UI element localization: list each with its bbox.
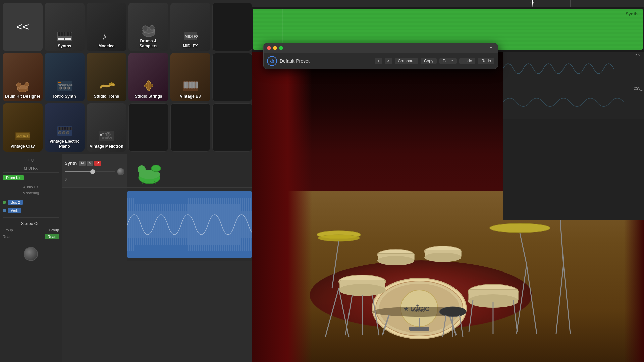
svg-rect-51: [59, 127, 60, 130]
svg-text:TAPE: TAPE: [108, 137, 112, 139]
verb-button[interactable]: Verb: [8, 208, 21, 213]
back-button[interactable]: <<: [3, 3, 43, 51]
svg-rect-41: [186, 82, 188, 88]
csv-track-1: CSV_: [503, 52, 644, 85]
track-body-audio[interactable]: [127, 188, 252, 261]
svg-point-32: [59, 87, 62, 89]
svg-rect-82: [409, 327, 429, 331]
master-knob[interactable]: [24, 247, 38, 261]
bus2-send-dot[interactable]: [3, 201, 6, 204]
svg-point-115: [439, 307, 466, 317]
undo-button[interactable]: Undo: [459, 58, 476, 64]
window-close-button[interactable]: [267, 46, 271, 50]
svg-line-109: [527, 265, 537, 334]
vintage-clav-tile[interactable]: CLAVINET Vintage Clav: [3, 103, 43, 152]
svg-line-112: [560, 218, 564, 265]
violin-icon: [140, 79, 157, 93]
electric-piano-icon: [56, 124, 73, 138]
synths-label: Synths: [58, 44, 71, 48]
track-name-synth: Synth: [65, 161, 77, 166]
svg-text:MIDI FX: MIDI FX: [185, 34, 199, 38]
retro-synth-tile[interactable]: ANALOG SYNC TABLE Retro Synth: [45, 53, 85, 101]
csv-waveform-2: [503, 85, 644, 119]
empty-tile-1: [212, 3, 252, 51]
audio-region[interactable]: [127, 191, 252, 258]
svg-rect-5: [67, 32, 69, 36]
svg-rect-53: [64, 127, 66, 130]
svg-point-56: [58, 131, 61, 134]
vintage-b3-label: Vintage B3: [180, 94, 201, 99]
window-maximize-button[interactable]: [279, 46, 283, 50]
timeline-region-label: Synth: [626, 11, 638, 16]
svg-rect-12: [69, 38, 71, 40]
svg-point-86: [339, 284, 386, 296]
drum-kit-designer-tile[interactable]: Drum Kit Designer: [3, 53, 43, 101]
svg-point-57: [62, 131, 65, 134]
verb-send-dot[interactable]: [3, 209, 6, 212]
svg-rect-7: [58, 38, 60, 40]
track-body-synth[interactable]: [127, 154, 252, 187]
svg-line-87: [345, 295, 352, 335]
svg-rect-52: [62, 127, 63, 130]
copy-button[interactable]: Copy: [421, 58, 437, 64]
compare-button[interactable]: Compare: [395, 58, 418, 64]
plugin-window-content: ⏻ Default Preset < > Compare Copy Paste …: [264, 53, 498, 69]
midi-icon: MIDI FX: [182, 29, 199, 42]
modeled-tile[interactable]: ♪ Modeled: [87, 3, 126, 51]
back-arrow-icon: <<: [16, 21, 29, 33]
csv-track-2: CSV_: [503, 85, 644, 119]
track-volume-slider[interactable]: [65, 171, 115, 172]
window-minimize-button[interactable]: [273, 46, 277, 50]
svg-rect-9: [62, 38, 64, 40]
synths-tile[interactable]: Synths: [45, 3, 85, 51]
svg-line-114: [556, 265, 564, 334]
midi-fx-tile[interactable]: MIDI FX MIDI FX: [170, 3, 210, 51]
midi-fx-label: MIDI FX: [3, 165, 59, 171]
svg-text:♪: ♪: [102, 31, 107, 42]
track-number: 6: [65, 177, 124, 181]
preset-prev-button[interactable]: <: [375, 58, 382, 64]
record-button[interactable]: R: [94, 161, 101, 166]
mellotron-icon: BLEND SPEED TAPE: [98, 129, 115, 143]
svg-rect-10: [65, 38, 67, 40]
bus2-button[interactable]: Bus 2: [8, 200, 23, 205]
svg-rect-42: [189, 82, 191, 88]
piano-icon: [56, 29, 73, 42]
drums-samplers-tile[interactable]: Drums & Samplers: [128, 3, 168, 51]
svg-line-108: [520, 233, 527, 265]
drum-kit-button[interactable]: Drum Kit: [3, 175, 24, 180]
vintage-mellotron-tile[interactable]: BLEND SPEED TAPE Vintage Mellotron: [87, 103, 126, 152]
csv-waveform-1: [503, 52, 644, 85]
svg-point-26: [25, 82, 29, 86]
studio-horns-tile[interactable]: Studio Horns: [87, 53, 126, 101]
track-pan-knob[interactable]: [117, 168, 124, 175]
vintage-ep-tile[interactable]: Vintage Electric Piano: [45, 103, 85, 152]
studio-strings-tile[interactable]: Studio Strings: [128, 53, 168, 101]
mute-button[interactable]: M: [79, 161, 86, 166]
svg-line-106: [339, 288, 349, 337]
redo-button[interactable]: Redo: [478, 58, 494, 64]
svg-rect-54: [67, 127, 68, 130]
svg-rect-43: [191, 82, 193, 88]
read-button[interactable]: Read: [45, 234, 59, 239]
ruler-ticks: [503, 0, 644, 7]
paste-button[interactable]: Paste: [439, 58, 457, 64]
svg-point-92: [377, 256, 414, 265]
read-label: Read: [3, 235, 11, 239]
midi-fx-label: MIDI FX: [183, 44, 198, 48]
track-row-synth: Synth M S R 6: [62, 154, 252, 188]
vintage-b3-tile[interactable]: Vintage B3: [170, 53, 210, 101]
preset-next-button[interactable]: >: [385, 58, 392, 64]
drum-kit-designer-label: Drum Kit Designer: [5, 94, 40, 99]
eq-label: EQ: [3, 157, 59, 163]
svg-text:CLAVINET: CLAVINET: [17, 135, 28, 137]
stereo-out-label: Stereo Out: [3, 220, 59, 227]
preset-dropdown-arrow[interactable]: ▼: [489, 46, 493, 50]
track-row-audio: [62, 188, 252, 261]
retro-synth-icon: ANALOG SYNC TABLE: [56, 79, 73, 93]
solo-button[interactable]: S: [87, 161, 93, 166]
plugin-power-button[interactable]: ⏻: [267, 56, 277, 66]
group-label: Group: [3, 228, 13, 232]
right-tracks: CSV_ CSV_: [503, 52, 644, 220]
studio-strings-label: Studio Strings: [135, 94, 162, 99]
